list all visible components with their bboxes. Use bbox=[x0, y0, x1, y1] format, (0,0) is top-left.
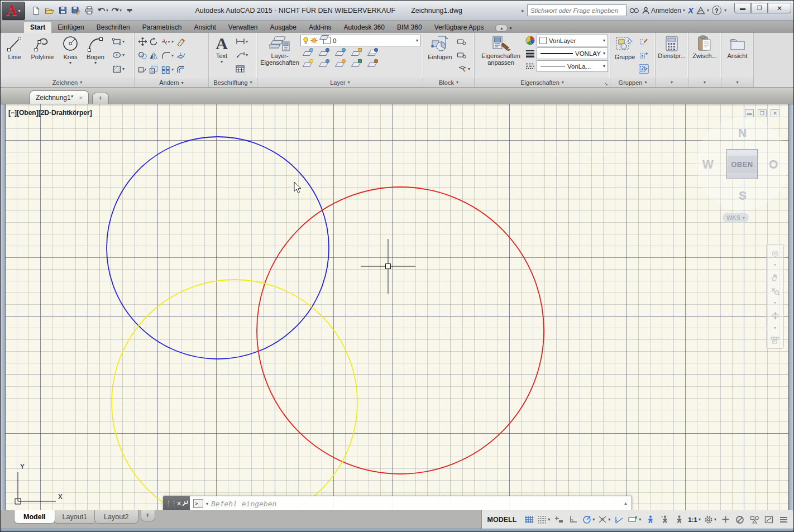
chevron-down-icon[interactable]: ▾ bbox=[774, 326, 776, 330]
block-editor-icon[interactable] bbox=[456, 37, 466, 46]
lineweight-dropdown[interactable]: VONLAY▾ bbox=[537, 47, 608, 59]
layout-tab-modell[interactable]: Modell bbox=[14, 510, 55, 524]
undo-icon[interactable]: ▾ bbox=[97, 4, 109, 17]
object-snap-tracking-icon[interactable] bbox=[613, 512, 626, 527]
panel-label-block[interactable]: Block▾ bbox=[423, 78, 474, 87]
new-drawing-tab-button[interactable]: + bbox=[92, 93, 109, 104]
infocenter-collapse-icon[interactable]: ▸ bbox=[522, 8, 524, 13]
layer-lock-icon[interactable] bbox=[351, 48, 362, 57]
ellipse-icon[interactable] bbox=[112, 50, 122, 60]
clean-screen-icon[interactable] bbox=[762, 512, 776, 527]
layer-off-icon[interactable] bbox=[303, 48, 313, 57]
chevron-down-icon[interactable]: ▾ bbox=[774, 263, 776, 267]
panel-label-layer[interactable]: Layer▾ bbox=[257, 78, 423, 87]
table-icon[interactable] bbox=[235, 64, 245, 74]
rotate-icon[interactable] bbox=[149, 37, 159, 46]
panel-label-dienstprogramme[interactable]: ▾ bbox=[656, 78, 688, 87]
group-add-remove-icon[interactable] bbox=[639, 50, 649, 60]
match-properties-button[interactable]: Eigenschaften anpassen bbox=[476, 34, 525, 76]
viewcube-top-face[interactable]: OBEN bbox=[726, 149, 758, 179]
offset-icon[interactable] bbox=[176, 65, 186, 74]
polar-tracking-icon[interactable]: ▾ bbox=[581, 512, 596, 527]
command-input[interactable]: >_ ▾ Befehl eingeben ▲ bbox=[190, 496, 632, 510]
yellow-circle[interactable] bbox=[112, 280, 357, 510]
ribbon-tab-parametrisch[interactable]: Parametrisch bbox=[136, 22, 188, 33]
layer-thaw2-icon[interactable] bbox=[335, 59, 346, 68]
layer-isolate-icon[interactable] bbox=[319, 48, 329, 57]
chevron-down-icon[interactable]: ▾ bbox=[122, 66, 125, 71]
close-button[interactable]: ✕ bbox=[768, 3, 791, 13]
layout-tab-layout1[interactable]: Layout1 bbox=[53, 510, 97, 524]
plot-icon[interactable] bbox=[83, 4, 95, 17]
chevron-down-icon[interactable]: ▾ bbox=[122, 52, 125, 57]
open-file-icon[interactable] bbox=[43, 4, 55, 17]
status-menu-icon[interactable] bbox=[777, 512, 790, 527]
application-menu-button[interactable]: A ▾ bbox=[2, 2, 25, 20]
chevron-down-icon[interactable]: ▾ bbox=[206, 501, 208, 506]
panel-label-eigenschaften[interactable]: Eigenschaften▾↘ bbox=[475, 78, 610, 87]
trim-button[interactable]: ▾ bbox=[160, 37, 175, 46]
text-button[interactable]: A Text ▾ bbox=[211, 34, 233, 76]
line-button[interactable]: Linie bbox=[2, 34, 27, 76]
command-line-handle[interactable]: ⋮⋮ ✕ bbox=[163, 496, 190, 510]
group-edit-icon[interactable] bbox=[639, 37, 649, 46]
annotation-autoscale-icon[interactable] bbox=[658, 512, 671, 527]
save-icon[interactable] bbox=[56, 4, 69, 17]
viewport-restore-icon[interactable]: ❐ bbox=[758, 109, 767, 117]
file-tab-zeichnung1[interactable]: Zeichnung1* × bbox=[30, 90, 89, 104]
lineweight-icon[interactable] bbox=[525, 49, 535, 57]
redo-icon[interactable]: ▾ bbox=[110, 4, 122, 17]
utilities-button[interactable]: Dienstpr... bbox=[657, 34, 687, 76]
ribbon-tab-verf-gbare-apps[interactable]: Verfügbare Apps bbox=[428, 22, 490, 33]
ribbon-tab-beschriften[interactable]: Beschriften bbox=[90, 22, 136, 33]
annotation-visibility-icon[interactable] bbox=[643, 512, 657, 527]
clipboard-button[interactable]: Zwisch... bbox=[690, 34, 719, 76]
mirror-icon[interactable] bbox=[149, 51, 159, 60]
panel-label-gruppen[interactable]: Gruppen▾ bbox=[610, 78, 655, 87]
panel-label-zwischenablage[interactable]: ▾ bbox=[688, 78, 721, 87]
sign-in-button[interactable]: Anmelden ▾ bbox=[642, 7, 685, 15]
circle-button[interactable]: Kreis ▾ bbox=[58, 34, 83, 76]
viewport-style-control[interactable]: [2D-Drahtkörper] bbox=[39, 109, 92, 117]
viewcube-wks-menu[interactable]: WKS▾ bbox=[723, 213, 749, 223]
a360-icon[interactable]: ▾ bbox=[696, 7, 709, 15]
maximize-button[interactable]: ❐ bbox=[751, 3, 768, 13]
new-layout-button[interactable]: + bbox=[141, 510, 155, 521]
wrench-icon[interactable] bbox=[181, 500, 188, 507]
viewcube-north[interactable]: N bbox=[738, 127, 747, 140]
ribbon-tab-bim-360[interactable]: BIM 360 bbox=[391, 22, 428, 33]
ribbon-tab-ansicht[interactable]: Ansicht bbox=[188, 22, 222, 33]
layer-freeze-icon[interactable] bbox=[335, 48, 346, 57]
color-wheel-icon[interactable] bbox=[525, 36, 535, 45]
infer-constraints-icon[interactable] bbox=[552, 512, 566, 527]
qat-menu-icon[interactable]: ▬▾ bbox=[123, 4, 136, 17]
search-input[interactable] bbox=[527, 4, 626, 16]
chevron-down-icon[interactable]: ▾ bbox=[122, 39, 125, 44]
viewcube-east[interactable]: O bbox=[769, 158, 778, 171]
blue-circle[interactable] bbox=[107, 137, 329, 359]
new-file-icon[interactable] bbox=[30, 4, 42, 17]
grid-display-icon[interactable] bbox=[522, 512, 535, 527]
exchange-apps-icon[interactable]: X bbox=[688, 6, 693, 15]
annotation-scale-indicator-icon[interactable] bbox=[672, 512, 686, 527]
viewport-minimize-icon[interactable]: ▬ bbox=[745, 109, 754, 117]
panel-label-ansicht[interactable]: ▾ bbox=[721, 78, 753, 87]
layer-on2-icon[interactable] bbox=[303, 59, 313, 68]
steering-wheel-icon[interactable]: ◎ bbox=[772, 249, 778, 257]
viewcube-west[interactable]: W bbox=[702, 158, 714, 171]
customization-plus-icon[interactable] bbox=[719, 512, 732, 527]
viewport-view-control[interactable]: [Oben] bbox=[17, 109, 39, 117]
graphics-performance-icon[interactable] bbox=[748, 512, 761, 527]
layer-properties-button[interactable]: Layer-Eigenschaften bbox=[259, 34, 300, 76]
polyline-button[interactable]: Polylinie bbox=[27, 34, 58, 76]
panel-label-zeichnen[interactable]: Zeichnen▾ bbox=[1, 78, 134, 87]
panel-label-beschriftung[interactable]: Beschriftung▾ bbox=[209, 78, 257, 87]
snap-mode-icon[interactable]: ▾ bbox=[537, 512, 551, 527]
layer-unisolate-icon[interactable] bbox=[319, 59, 329, 68]
workspace-switching-icon[interactable]: ▾ bbox=[703, 512, 718, 527]
view-panel-button[interactable]: Ansicht bbox=[723, 34, 752, 76]
fillet-button[interactable]: ▾ bbox=[160, 51, 175, 60]
orbit-icon[interactable] bbox=[771, 311, 779, 320]
ribbon-tab-add-ins[interactable]: Add-ins bbox=[303, 22, 338, 33]
ribbon-tab-autodesk-360[interactable]: Autodesk 360 bbox=[338, 22, 391, 33]
